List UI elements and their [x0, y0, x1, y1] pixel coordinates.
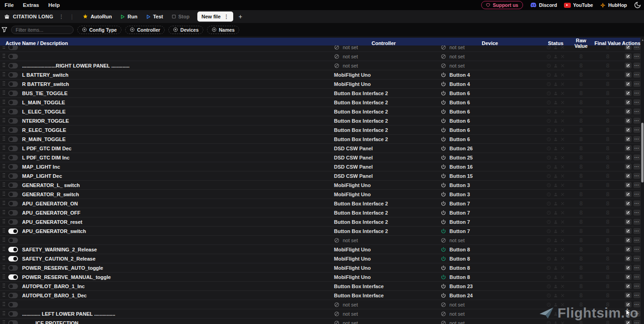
more-actions-button[interactable]: ···: [633, 154, 640, 160]
edit-config-button[interactable]: [625, 274, 632, 280]
more-actions-button[interactable]: ···: [633, 90, 640, 96]
config-name[interactable]: ICE PROTECTION: [21, 318, 330, 324]
device-cell[interactable]: Button 8: [437, 245, 543, 254]
active-toggle[interactable]: [8, 284, 18, 289]
config-name[interactable]: APU_GENERATOR_reset: [21, 217, 330, 226]
controller-cell[interactable]: DSD CSW Panel: [330, 153, 437, 162]
more-actions-button[interactable]: ···: [633, 320, 640, 324]
config-name[interactable]: APU_GENERATOR_ON: [21, 199, 330, 208]
more-actions-button[interactable]: ···: [633, 311, 640, 317]
column-header-controller[interactable]: Controller: [330, 40, 437, 46]
active-toggle[interactable]: [8, 219, 18, 225]
edit-config-button[interactable]: [625, 90, 632, 96]
controller-cell[interactable]: MobiFlight Uno: [330, 263, 437, 272]
active-toggle[interactable]: [8, 311, 18, 317]
device-cell[interactable]: Button 7: [437, 217, 543, 226]
device-cell[interactable]: not set: [437, 52, 543, 61]
config-name[interactable]: R_ELEC_TOGGLE: [21, 125, 330, 134]
drag-handle-icon[interactable]: [0, 107, 6, 116]
edit-config-button[interactable]: [625, 246, 632, 252]
config-name[interactable]: SAFETY_WARNING_2_Release: [21, 245, 330, 254]
more-actions-button[interactable]: ···: [633, 237, 640, 243]
device-cell[interactable]: Button 7: [437, 208, 543, 217]
more-actions-button[interactable]: ···: [633, 274, 640, 280]
drag-handle-icon[interactable]: [0, 208, 6, 217]
scroll-up-arrow-icon[interactable]: [642, 39, 644, 41]
active-toggle[interactable]: [8, 127, 18, 133]
more-actions-button[interactable]: ···: [633, 136, 640, 142]
config-name[interactable]: ............. LEFT LOWER PANEL .........…: [21, 309, 330, 318]
drag-handle-icon[interactable]: [0, 80, 6, 88]
autorun-button[interactable]: AutoRun: [78, 12, 116, 21]
edit-config-button[interactable]: [625, 173, 632, 179]
device-cell[interactable]: Button 6: [437, 125, 543, 134]
column-header-actions[interactable]: Actions: [622, 40, 640, 46]
active-toggle[interactable]: [8, 247, 18, 252]
controller-cell[interactable]: Button Box Interface: [330, 282, 437, 290]
device-cell[interactable]: not set: [437, 318, 543, 324]
controller-cell[interactable]: Button Box Interface 2: [330, 89, 437, 97]
config-name[interactable]: L BATTERY_switch: [21, 70, 330, 79]
device-cell[interactable]: not set: [437, 300, 543, 309]
edit-config-button[interactable]: [625, 99, 632, 105]
scrollbar-thumb[interactable]: [641, 123, 644, 182]
edit-config-button[interactable]: [625, 292, 632, 298]
drag-handle-icon[interactable]: [0, 273, 6, 281]
active-toggle[interactable]: [8, 302, 18, 307]
menu-file[interactable]: File: [0, 0, 18, 10]
config-name[interactable]: NTERIOR_TOGGLE: [21, 116, 330, 125]
more-actions-button[interactable]: ···: [633, 292, 640, 298]
drag-handle-icon[interactable]: [0, 318, 6, 324]
controller-cell[interactable]: MobiFlight Uno: [330, 245, 437, 254]
more-actions-button[interactable]: ···: [633, 283, 640, 289]
drag-handle-icon[interactable]: [0, 144, 6, 153]
config-name[interactable]: L PDF_GTC DIM Inc: [21, 153, 330, 162]
active-toggle[interactable]: [8, 256, 18, 261]
config-name[interactable]: AUTOPILOT_BARO_1_Dec: [21, 291, 330, 300]
drag-handle-icon[interactable]: [0, 52, 6, 61]
controller-cell[interactable]: DSD CSW Panel: [330, 144, 437, 153]
device-cell[interactable]: Button 3: [437, 190, 543, 199]
controller-cell[interactable]: Button Box Interface: [330, 291, 437, 300]
controller-cell[interactable]: Button Box Interface 2: [330, 208, 437, 217]
filter-chip-config-type[interactable]: Config Type: [77, 26, 121, 34]
device-cell[interactable]: Button 3: [437, 181, 543, 189]
more-actions-button[interactable]: ···: [633, 145, 640, 151]
device-cell[interactable]: Button 23: [437, 282, 543, 290]
active-toggle[interactable]: [8, 238, 18, 243]
controller-cell[interactable]: MobiFlight Uno: [330, 254, 437, 263]
device-cell[interactable]: not set: [437, 61, 543, 70]
config-name[interactable]: MAP_LIGHT Inc: [21, 162, 330, 171]
device-cell[interactable]: Button 26: [437, 144, 543, 153]
drag-handle-icon[interactable]: [0, 309, 6, 318]
active-toggle[interactable]: [8, 72, 18, 78]
config-name[interactable]: POWER_RESERVE_AUTO_toggle: [21, 263, 330, 272]
drag-handle-icon[interactable]: [0, 70, 6, 79]
more-actions-button[interactable]: ···: [633, 191, 640, 197]
active-toggle[interactable]: [8, 54, 18, 59]
controller-cell[interactable]: not set: [330, 61, 437, 70]
edit-config-button[interactable]: [625, 301, 632, 307]
controller-cell[interactable]: MobiFlight Uno: [330, 181, 437, 189]
menu-help[interactable]: Help: [44, 0, 64, 10]
more-actions-button[interactable]: ···: [633, 99, 640, 105]
drag-handle-icon[interactable]: [0, 263, 6, 272]
edit-config-button[interactable]: [625, 311, 632, 317]
active-toggle[interactable]: [8, 63, 18, 68]
edit-config-button[interactable]: [625, 219, 632, 225]
more-actions-button[interactable]: ···: [633, 108, 640, 114]
device-cell[interactable]: Button 6: [437, 98, 543, 107]
device-cell[interactable]: Button 4: [437, 80, 543, 88]
controller-cell[interactable]: not set: [330, 318, 437, 324]
active-toggle[interactable]: [8, 81, 18, 87]
device-cell[interactable]: Button 8: [437, 254, 543, 263]
device-cell[interactable]: Button 16: [437, 162, 543, 171]
controller-cell[interactable]: Button Box Interface 2: [330, 98, 437, 107]
drag-handle-icon[interactable]: [0, 254, 6, 263]
drag-handle-icon[interactable]: [0, 125, 6, 134]
controller-cell[interactable]: Button Box Interface 2: [330, 116, 437, 125]
controller-cell[interactable]: DSD CSW Panel: [330, 162, 437, 171]
drag-handle-icon[interactable]: [0, 171, 6, 180]
tab-menu-dots-icon[interactable]: ⋮: [224, 14, 229, 20]
config-name[interactable]: BUS_TIE_TOGGLE: [21, 89, 330, 97]
